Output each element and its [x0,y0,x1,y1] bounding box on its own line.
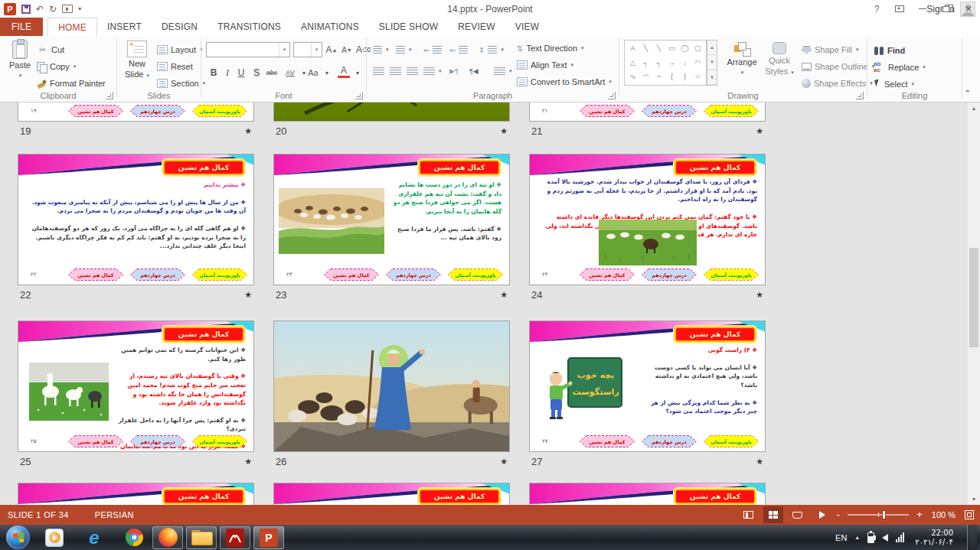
section-button[interactable]: Section▾ [157,76,205,91]
taskbar-firefox[interactable] [152,526,183,549]
undo-icon[interactable]: ↶ [36,4,44,15]
shape-glyph[interactable]: ┐ [652,56,665,70]
new-slide-button[interactable]: NewSlide ▾ [122,41,152,80]
close-button[interactable]: ✕ [957,1,980,18]
zoom-slider[interactable] [848,514,909,516]
taskbar-media-player[interactable] [39,526,70,549]
font-color-arrow[interactable]: ▾ [351,65,364,80]
scroll-up-arrow[interactable]: ▲ [968,103,980,114]
hidden-icons-arrow[interactable]: ▲ [854,535,860,540]
ribbon-display-options-button[interactable] [888,1,911,18]
font-dialog-launcher[interactable] [355,92,363,99]
tab-file[interactable]: FILE [0,18,43,36]
clipboard-dialog-launcher[interactable] [106,92,113,99]
shape-glyph[interactable]: } [678,70,691,84]
slide-thumbnail-29[interactable]: کمال هم نشین [273,483,510,505]
tab-review[interactable]: REVIEW [448,18,505,36]
increase-indent-button[interactable]: ⇐ [449,42,468,57]
align-right-button[interactable] [407,63,418,79]
taskbar-internet-explorer[interactable]: e [79,526,109,549]
align-left-button[interactable] [373,63,384,79]
replace-button[interactable]: abacReplace▾ [874,60,926,75]
zoom-level[interactable]: 100 % [932,510,956,519]
slide-sorter-view-button[interactable] [763,506,783,523]
rtl-direction-button[interactable]: ¶◀ [469,63,479,79]
tab-animations[interactable]: ANIMATIONS [291,18,369,36]
customize-qat-icon[interactable]: ▾ [78,4,81,15]
drawing-dialog-launcher[interactable] [856,92,864,99]
shape-glyph[interactable]: ▢ [691,41,704,56]
help-button[interactable]: ? [865,1,888,18]
line-spacing-button[interactable]: ⇕▾ [479,42,504,57]
vertical-scrollbar[interactable]: ▲ ▼ [967,103,980,505]
shape-fill-button[interactable]: Shape Fill▾ [802,42,858,57]
tab-slide-show[interactable]: SLIDE SHOW [369,18,448,36]
slide-thumbnail-25[interactable]: کمال هم نشین❖ این حیوانات گرسنه را که نم… [18,321,254,452]
slide-thumbnail-21[interactable]: کمال هم نشیندرس چهاردهمپاورپوینت آسمان۲۱ [529,103,766,122]
shape-glyph[interactable]: ┐ [639,56,652,70]
shape-glyph[interactable]: △ [626,56,639,70]
save-icon[interactable] [21,5,31,14]
justify-button[interactable]: ▾ [423,63,442,79]
bullets-button[interactable]: ▾ [373,42,389,57]
tab-transitions[interactable]: TRANSITIONS [207,18,291,36]
redo-icon[interactable]: ↻ [49,4,57,15]
shape-glyph[interactable]: ↓ [678,56,691,70]
convert-smartart-button[interactable]: Convert to SmartArt▾ [517,74,612,89]
fit-slide-to-window-button[interactable] [965,510,974,519]
paragraph-dialog-launcher[interactable] [608,92,616,99]
ltr-direction-button[interactable]: ▶¶ [449,63,459,79]
text-direction-button[interactable]: ⇅Text Direction▾ [517,41,584,56]
font-size-combo[interactable]: ▾ [293,42,322,57]
zoom-in-button[interactable]: + [916,511,923,519]
slide-thumbnail-27[interactable]: کمال هم نشین❖ ۳) راست گویی❖ آیا انسان می… [529,321,766,452]
taskbar-file-explorer[interactable] [186,526,217,549]
shape-glyph[interactable]: ~ [652,70,665,84]
layout-button[interactable]: Layout▾ [157,42,203,57]
quick-styles-button[interactable]: QuickStyles ▾ [762,42,797,77]
shapes-gallery-scrollbar[interactable]: ▲▼▼̲ [707,40,717,86]
shape-glyph[interactable]: ☆ [691,70,704,84]
shape-glyph[interactable]: ╲ [639,41,652,56]
tab-insert[interactable]: INSERT [97,18,152,36]
slide-thumbnail-26[interactable] [273,321,510,452]
shape-glyph[interactable]: ◯ [678,41,691,56]
align-center-button[interactable] [390,63,401,79]
taskbar-powerpoint[interactable]: P [253,526,284,549]
slide-thumbnail-23[interactable]: کمال هم نشین❖ او تپه ای را در دور دست ها… [273,154,510,285]
copy-button[interactable]: Copy▾ [37,59,76,74]
normal-view-button[interactable] [739,506,759,523]
slide-show-button[interactable] [812,506,832,523]
scroll-down-arrow[interactable]: ▼ [968,493,980,505]
minimize-button[interactable] [911,1,934,18]
start-button[interactable] [6,526,30,549]
shape-effects-button[interactable]: Shape Effects▾ [802,76,873,91]
columns-button[interactable]: ▾ [494,63,512,79]
change-case-button[interactable]: Aa [307,65,319,80]
shape-glyph[interactable]: ◠ [691,56,704,70]
format-painter-button[interactable]: Format Painter [37,76,106,91]
decrease-indent-button[interactable]: ⇐ [423,42,442,57]
cut-button[interactable]: ✂Cut [37,42,64,57]
text-shadow-button[interactable]: S [250,65,263,80]
shape-glyph[interactable]: → [665,56,678,70]
bold-button[interactable]: B [207,65,220,80]
slide-thumbnail-28[interactable]: کمال هم نشین [18,483,254,505]
taskbar-acrobat[interactable] [220,526,250,549]
zoom-slider-thumb[interactable] [882,510,886,519]
reading-view-button[interactable] [788,506,808,523]
network-signal-icon[interactable] [896,532,904,542]
shape-glyph[interactable]: ∿ [626,70,639,84]
tray-clock[interactable]: 22:00 ۲۰۲۱/۰۶/۰۴ [912,529,953,547]
grow-font-button[interactable]: A▲ [325,42,338,57]
slide-thumbnail-19[interactable]: کمال هم نشیندرس چهاردهمپاورپوینت آسمان۱۹ [18,103,254,122]
language-indicator[interactable]: PERSIAN [95,510,134,519]
numbering-button[interactable]: ▾ [396,42,412,57]
volume-icon[interactable] [882,534,888,542]
shape-glyph[interactable]: ╲ [652,41,665,56]
tab-view[interactable]: VIEW [505,18,549,36]
shape-glyph[interactable]: A [626,41,639,56]
slide-thumbnail-30[interactable]: کمال هم نشین [529,483,766,505]
strikethrough-button[interactable]: abc [266,65,278,80]
zoom-out-button[interactable]: - [837,511,840,519]
